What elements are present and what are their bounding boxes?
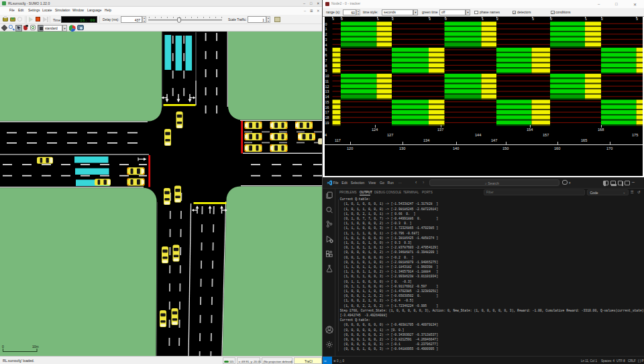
svg-text:0: 0 xyxy=(2,345,4,349)
svg-text:4: 4 xyxy=(325,133,327,137)
svg-text:134: 134 xyxy=(423,138,429,142)
svg-text:3: 3 xyxy=(325,38,327,42)
svg-text:4: 4 xyxy=(325,43,327,47)
svg-text:7: 7 xyxy=(325,58,327,62)
svg-text:0: 0 xyxy=(325,22,327,26)
svg-text:160: 160 xyxy=(554,146,560,150)
svg-text:130: 130 xyxy=(399,146,405,150)
svg-text:12: 12 xyxy=(325,85,329,89)
svg-text:10m: 10m xyxy=(32,345,39,349)
svg-text:13: 13 xyxy=(325,89,329,93)
svg-text:6: 6 xyxy=(325,53,327,57)
svg-text:144: 144 xyxy=(475,133,481,137)
svg-text:127: 127 xyxy=(387,133,393,137)
svg-text:1: 1 xyxy=(325,27,327,31)
svg-text:150: 150 xyxy=(502,146,508,150)
svg-text:168: 168 xyxy=(598,128,604,132)
svg-text:15: 15 xyxy=(325,100,329,104)
svg-text:10: 10 xyxy=(325,74,329,78)
svg-text:117: 117 xyxy=(335,138,341,142)
svg-text:120: 120 xyxy=(347,146,353,150)
svg-text:9: 9 xyxy=(325,69,327,73)
svg-text:137: 137 xyxy=(437,128,443,132)
svg-text:2: 2 xyxy=(325,32,327,36)
svg-text:157: 157 xyxy=(543,133,549,137)
svg-text:165: 165 xyxy=(581,138,587,142)
svg-text:170: 170 xyxy=(606,146,612,150)
svg-text:17: 17 xyxy=(325,110,329,114)
svg-text:175: 175 xyxy=(632,133,638,137)
svg-text:124: 124 xyxy=(372,128,378,132)
svg-text:5: 5 xyxy=(325,48,327,52)
svg-text:147: 147 xyxy=(491,138,497,142)
svg-text:19: 19 xyxy=(325,121,329,125)
svg-text:140: 140 xyxy=(453,146,459,150)
svg-text:154: 154 xyxy=(527,128,533,132)
svg-text:16: 16 xyxy=(325,105,329,109)
svg-text:14: 14 xyxy=(325,95,329,99)
svg-text:8: 8 xyxy=(325,64,327,68)
svg-text:18: 18 xyxy=(325,116,329,120)
svg-text:11: 11 xyxy=(325,79,329,83)
